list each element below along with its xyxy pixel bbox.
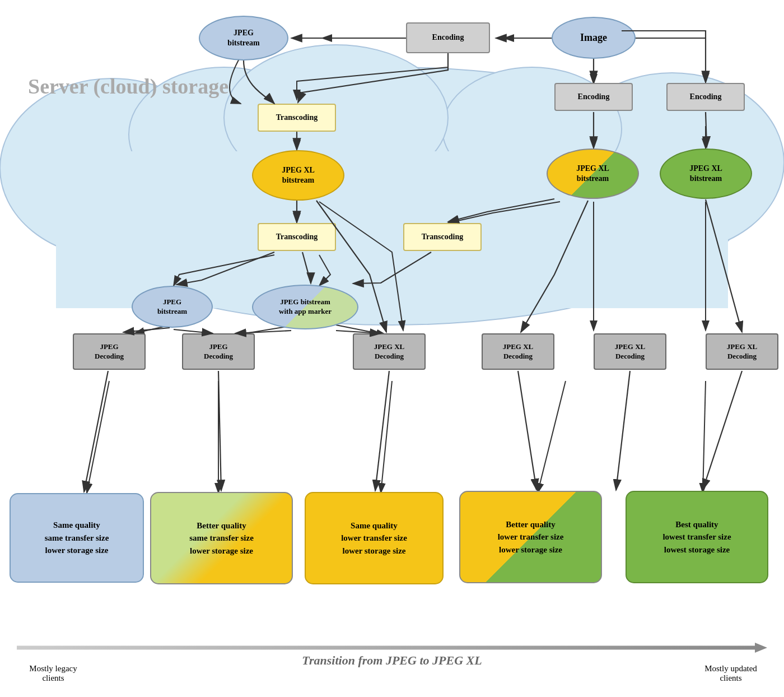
- svg-line-20: [381, 381, 392, 493]
- decode5: JPEG XL Decoding: [594, 333, 666, 370]
- encoding-mid1: Encoding: [554, 83, 633, 111]
- result2: Better quality same transfer size lower …: [150, 492, 293, 584]
- svg-line-34: [375, 371, 389, 491]
- decode2: JPEG Decoding: [182, 333, 255, 370]
- result5: Best quality lowest transfer size lowest…: [626, 491, 768, 583]
- axis-left-label: Mostly legacy clients: [17, 664, 90, 683]
- svg-line-21: [538, 381, 566, 493]
- svg-line-36: [703, 371, 742, 490]
- svg-line-28: [706, 112, 707, 147]
- jxl-yellow: JPEG XL bitstream: [252, 150, 344, 201]
- result4: Better quality lower transfer size lower…: [459, 491, 602, 583]
- axis-arrow: [17, 643, 767, 653]
- jpeg-bitstream-lower: JPEG bitstream: [132, 286, 213, 328]
- decode6: JPEG XL Decoding: [706, 333, 778, 370]
- cloud-label: Server (cloud) storage: [28, 73, 228, 100]
- jxl-green: JPEG XL bitstream: [660, 148, 752, 199]
- svg-line-32: [84, 371, 108, 492]
- transcoding-lower2: Transcoding: [403, 223, 482, 251]
- jpeg-bitstream-top: JPEG bitstream: [199, 16, 288, 61]
- svg-line-22: [703, 381, 706, 493]
- result3: Same quality lower transfer size lower s…: [305, 492, 444, 584]
- result1: Same quality same transfer size lower st…: [10, 493, 144, 583]
- axis-right-label: Mostly updated clients: [694, 664, 767, 683]
- decode3: JPEG XL Decoding: [353, 333, 426, 370]
- svg-line-30: [706, 199, 742, 332]
- jxl-yellow-green: JPEG XL bitstream: [547, 148, 639, 199]
- svg-line-31: [123, 328, 170, 332]
- image-top: Image: [552, 17, 636, 59]
- svg-point-0: [34, 67, 750, 325]
- svg-line-18: [87, 381, 109, 493]
- encoding-mid2: Encoding: [666, 83, 745, 111]
- decode1: JPEG Decoding: [73, 333, 146, 370]
- svg-line-35: [518, 371, 536, 490]
- transcoding-left: Transcoding: [258, 104, 336, 132]
- encoding-top: Encoding: [406, 22, 490, 53]
- jpeg-bitstream-app: JPEG bitstream with app marker: [252, 285, 358, 329]
- decode4: JPEG XL Decoding: [482, 333, 554, 370]
- diagram: Server (cloud) storage: [0, 0, 784, 697]
- svg-point-1: [0, 78, 224, 258]
- svg-line-33: [218, 371, 221, 491]
- transcoding-lower1: Transcoding: [258, 223, 336, 251]
- axis-center-label: Transition from JPEG to JPEG XL: [302, 653, 482, 668]
